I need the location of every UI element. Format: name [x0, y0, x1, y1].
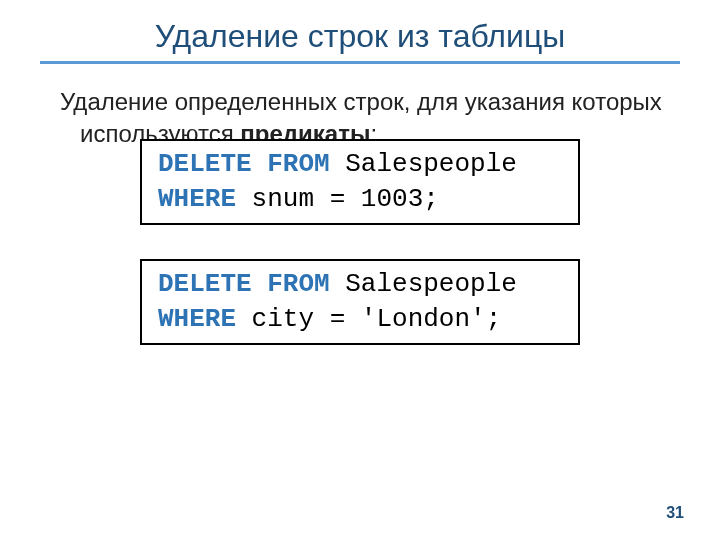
page-number: 31 [666, 504, 684, 522]
code-text: Salespeople [330, 269, 517, 299]
slide-title: Удаление строк из таблицы [40, 18, 680, 61]
keyword-delete-from: DELETE FROM [158, 149, 330, 179]
keyword-where: WHERE [158, 304, 236, 334]
keyword-where: WHERE [158, 184, 236, 214]
code-text: city = 'London'; [236, 304, 501, 334]
title-underline [40, 61, 680, 64]
code-block-2: DELETE FROM Salespeople WHERE city = 'Lo… [140, 259, 580, 345]
code-text: snum = 1003; [236, 184, 439, 214]
keyword-delete-from: DELETE FROM [158, 269, 330, 299]
code-text: Salespeople [330, 149, 517, 179]
sql-code-1: DELETE FROM Salespeople WHERE snum = 100… [140, 139, 580, 225]
sql-code-2: DELETE FROM Salespeople WHERE city = 'Lo… [140, 259, 580, 345]
code-block-1: DELETE FROM Salespeople WHERE snum = 100… [140, 139, 580, 225]
slide: Удаление строк из таблицы Удаление опред… [0, 0, 720, 345]
